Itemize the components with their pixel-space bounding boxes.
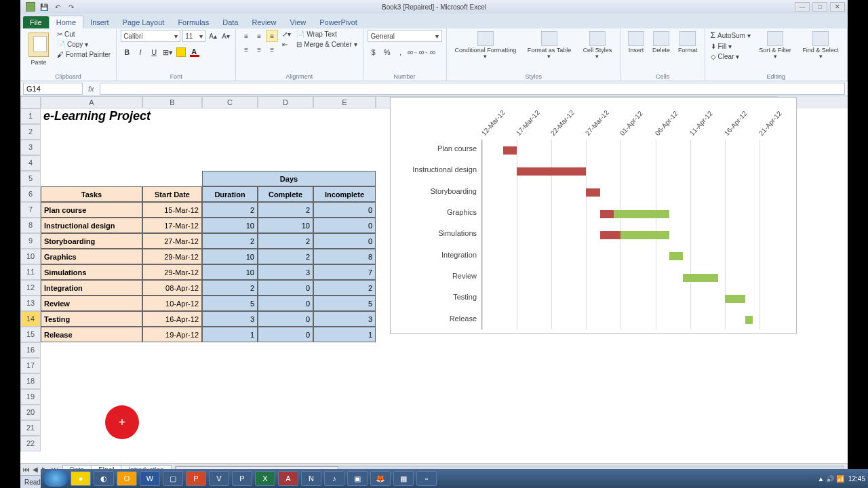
increase-decimal-button[interactable]: .00→.0 xyxy=(408,46,420,58)
row-header-19[interactable]: 19 xyxy=(20,389,41,405)
row-header-14[interactable]: 14 xyxy=(20,311,41,327)
fx-label[interactable]: fx xyxy=(83,85,100,93)
row-header-7[interactable]: 7 xyxy=(20,202,41,218)
cell-A13[interactable]: Review xyxy=(41,296,142,311)
row-header-22[interactable]: 22 xyxy=(20,436,41,451)
cell-A14[interactable]: Testing xyxy=(41,311,142,327)
align-top-button[interactable]: ≡ xyxy=(240,30,252,42)
taskbar-app[interactable]: ● xyxy=(71,471,91,486)
tray-icons[interactable]: ▲ 🔊 📶 xyxy=(818,475,844,483)
paste-button[interactable]: Paste xyxy=(24,30,53,67)
taskbar-chrome[interactable]: ◐ xyxy=(94,471,114,486)
cell-A8[interactable]: Instructional design xyxy=(41,218,142,233)
row-header-6[interactable]: 6 xyxy=(20,186,41,202)
cell-E14[interactable]: 3 xyxy=(313,311,376,327)
percent-button[interactable]: % xyxy=(381,46,393,58)
cell-E12[interactable]: 2 xyxy=(313,280,376,296)
start-button[interactable] xyxy=(43,470,68,487)
cell-B6[interactable]: Start Date xyxy=(142,186,202,202)
font-color-button[interactable] xyxy=(189,46,201,58)
cell-E13[interactable]: 5 xyxy=(313,296,376,311)
format-cells-button[interactable]: Format xyxy=(675,30,701,55)
shrink-font-button[interactable]: A▾ xyxy=(220,30,231,41)
row-header-11[interactable]: 11 xyxy=(20,264,41,280)
row-header-4[interactable]: 4 xyxy=(20,155,41,171)
cell-A9[interactable]: Storyboarding xyxy=(41,233,142,249)
cell-D6[interactable]: Complete xyxy=(258,186,313,202)
taskbar-app[interactable]: ▣ xyxy=(347,471,368,486)
font-size-select[interactable]: 11▾ xyxy=(182,30,205,42)
align-center-button[interactable]: ≡ xyxy=(253,43,265,56)
sort-filter-button[interactable]: Sort & Filter ▾ xyxy=(755,30,795,61)
cell-A10[interactable]: Graphics xyxy=(41,249,142,264)
cell-E8[interactable]: 0 xyxy=(313,218,376,233)
row-header-20[interactable]: 20 xyxy=(20,405,41,420)
tab-insert[interactable]: Insert xyxy=(83,16,116,28)
taskbar-app[interactable]: ▢ xyxy=(163,471,183,486)
row-header-8[interactable]: 8 xyxy=(20,218,41,233)
cell-D7[interactable]: 2 xyxy=(258,202,313,218)
cell-C10[interactable]: 10 xyxy=(202,249,258,264)
cell-E11[interactable]: 7 xyxy=(313,264,376,280)
cell-E9[interactable]: 0 xyxy=(313,233,376,249)
number-format-select[interactable]: General▾ xyxy=(368,30,442,42)
delete-cells-button[interactable]: Delete xyxy=(650,30,673,55)
taskbar-powerpoint[interactable]: P xyxy=(186,471,206,486)
formula-input[interactable] xyxy=(100,83,845,95)
fill-button[interactable]: ⬇ Fill ▾ xyxy=(709,42,752,51)
comma-button[interactable]: , xyxy=(395,46,407,58)
cell-E15[interactable]: 1 xyxy=(313,327,376,342)
cell-C7[interactable]: 2 xyxy=(202,202,258,218)
decrease-decimal-button[interactable]: .0→.00 xyxy=(422,46,434,58)
cell-B10[interactable]: 29-Mar-12 xyxy=(142,249,202,264)
cell-B9[interactable]: 27-Mar-12 xyxy=(142,233,202,249)
cell-C13[interactable]: 5 xyxy=(202,296,258,311)
tab-page-layout[interactable]: Page Layout xyxy=(116,16,172,28)
align-left-button[interactable]: ≡ xyxy=(240,43,252,56)
row-header-2[interactable]: 2 xyxy=(20,124,41,140)
column-header-D[interactable]: D xyxy=(258,96,313,108)
wrap-text-button[interactable]: 📄 Wrap Text xyxy=(295,30,358,39)
underline-button[interactable]: U xyxy=(148,46,160,58)
row-header-17[interactable]: 17 xyxy=(20,358,41,373)
insert-cells-button[interactable]: Insert xyxy=(625,30,647,55)
italic-button[interactable]: I xyxy=(134,46,146,58)
close-button[interactable]: ✕ xyxy=(830,2,845,12)
cell-C15[interactable]: 1 xyxy=(202,327,258,342)
taskbar-app[interactable]: ▫ xyxy=(416,471,437,486)
minimize-button[interactable]: — xyxy=(795,2,810,12)
row-header-15[interactable]: 15 xyxy=(20,327,41,342)
cut-button[interactable]: ✂ Cut xyxy=(56,30,112,39)
sheet-nav-first[interactable]: ⏮ xyxy=(23,466,31,473)
row-header-21[interactable]: 21 xyxy=(20,420,41,436)
indent-decrease-button[interactable]: ⇤ xyxy=(281,40,292,49)
cell-A12[interactable]: Integration xyxy=(41,280,142,296)
grow-font-button[interactable]: A▴ xyxy=(208,30,218,41)
row-header-5[interactable]: 5 xyxy=(20,171,41,186)
cell-E7[interactable]: 0 xyxy=(313,202,376,218)
column-header-C[interactable]: C xyxy=(202,96,258,108)
cell-A1[interactable]: e-Learning Project xyxy=(41,108,258,124)
cell-C8[interactable]: 10 xyxy=(202,218,258,233)
cell-D12[interactable]: 0 xyxy=(258,280,313,296)
cell-styles-button[interactable]: Cell Styles ▾ xyxy=(578,30,616,61)
row-header-3[interactable]: 3 xyxy=(20,140,41,155)
clock[interactable]: 12:45 xyxy=(848,475,865,483)
tab-review[interactable]: Review xyxy=(245,16,283,28)
column-header-B[interactable]: B xyxy=(142,96,202,108)
borders-button[interactable]: ⊞▾ xyxy=(161,46,174,58)
cell-A15[interactable]: Release xyxy=(41,327,142,342)
taskbar-word[interactable]: W xyxy=(140,471,160,486)
autosum-button[interactable]: Σ AutoSum ▾ xyxy=(709,30,752,41)
tab-file[interactable]: File xyxy=(23,16,49,28)
cell-D15[interactable]: 0 xyxy=(258,327,313,342)
save-button[interactable]: 💾 xyxy=(39,2,49,12)
cell-D10[interactable]: 2 xyxy=(258,249,313,264)
cell-A11[interactable]: Simulations xyxy=(41,264,142,280)
align-bottom-button[interactable]: ≡ xyxy=(266,30,278,42)
bold-button[interactable]: B xyxy=(121,46,133,58)
taskbar-project[interactable]: P xyxy=(232,471,252,486)
cell-B11[interactable]: 29-Mar-12 xyxy=(142,264,202,280)
maximize-button[interactable]: □ xyxy=(812,2,827,12)
currency-button[interactable]: $ xyxy=(368,46,380,58)
